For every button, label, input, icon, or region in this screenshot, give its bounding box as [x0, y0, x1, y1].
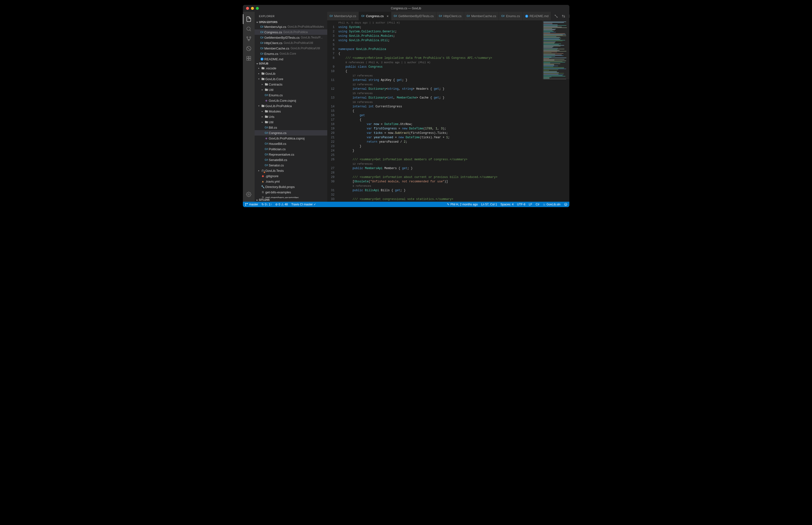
code-line[interactable]: 13 internal Dictionary<int, MemberCache>…	[327, 95, 569, 100]
activity-debug[interactable]	[243, 44, 255, 54]
tree-item[interactable]: C#SenateBill.cs	[255, 157, 327, 163]
tree-item[interactable]: ▸.vscode	[255, 65, 327, 71]
gitlens-header[interactable]: ▸ GITLENS	[255, 198, 327, 202]
code-line[interactable]: 33 /// <summary>Get congressional vote s…	[327, 197, 569, 201]
code-line[interactable]: 27 public MembersApi Members { get; }	[327, 166, 569, 170]
status-cursor-position[interactable]: Ln 57, Col 1	[481, 203, 497, 206]
open-editor-item[interactable]: C#Congress.csGovLib.ProPublica	[255, 29, 327, 35]
tree-item[interactable]: C#Representative.cs	[255, 152, 327, 157]
code-line[interactable]: 3 references	[327, 184, 569, 188]
status-blame[interactable]: ✎ Phil H, 2 months ago	[447, 203, 478, 206]
editor-tab[interactable]: C#Congress.cs×	[359, 12, 391, 20]
tree-item[interactable]: ▾GovLib.ProPublica	[255, 103, 327, 108]
activity-search[interactable]	[243, 24, 255, 34]
editor-tab[interactable]: C#Enums.cs	[499, 12, 523, 20]
code-line[interactable]: 15 references	[327, 91, 569, 95]
code-line[interactable]: 5	[327, 43, 569, 47]
tree-item[interactable]: C#Congress.cs	[255, 130, 327, 136]
open-editor-item[interactable]: C#HttpClient.csGovLib.ProPublica/Util	[255, 40, 327, 46]
code-line[interactable]: 12 references	[327, 82, 569, 87]
tree-item[interactable]: ▲.travis.yml	[255, 179, 327, 184]
open-editors-header[interactable]: ▾ OPEN EDITORS	[255, 20, 327, 24]
tree-item[interactable]: ◈GovLib.ProPublica.csproj	[255, 136, 327, 141]
tree-item[interactable]: 🔧Directory.Build.props	[255, 184, 327, 190]
code-line[interactable]: 17 references	[327, 74, 569, 78]
code-line[interactable]: 17 {	[327, 118, 569, 122]
open-editor-item[interactable]: C#Enums.csGovLib.Core	[255, 51, 327, 56]
open-editor-item[interactable]: C#GetMemberByIDTests.csGovLib.Tests/P...	[255, 35, 327, 40]
code-line[interactable]: 10 {	[327, 69, 569, 74]
code-line[interactable]: 7{	[327, 51, 569, 56]
open-editor-item[interactable]: C#MemberCache.csGovLib.ProPublica/Util	[255, 46, 327, 51]
tree-item[interactable]: ▾GovLib.Core	[255, 76, 327, 81]
code-line[interactable]: 19 var firstCongress = new DateTime(1789…	[327, 126, 569, 131]
code-line[interactable]: 8 references | Phil H, 2 months ago | 1 …	[327, 60, 569, 65]
activity-settings[interactable]	[243, 190, 255, 199]
tree-item[interactable]: C#Bill.cs	[255, 125, 327, 130]
tree-item[interactable]: ▸Util	[255, 119, 327, 125]
tree-item[interactable]: ▸GovLib	[255, 71, 327, 76]
editor-content[interactable]: 1using System;2using System.Collections.…	[327, 25, 569, 202]
code-line[interactable]: 8 /// <summary>Retrieve legislative data…	[327, 56, 569, 60]
status-language[interactable]: C#	[536, 203, 539, 206]
tree-item[interactable]: ▸🗀GovLib.Tests	[255, 168, 327, 173]
tree-item[interactable]: C#Enums.cs	[255, 92, 327, 98]
code-line[interactable]: 26 /// <summary>Get information about me…	[327, 158, 569, 162]
status-travis[interactable]: Travis CI master ✓	[291, 203, 316, 206]
split-editor-icon[interactable]	[569, 14, 569, 18]
status-eol[interactable]: LF	[529, 203, 532, 206]
status-encoding[interactable]: UTF-8	[517, 203, 525, 206]
code-line[interactable]: 12 references	[327, 162, 569, 166]
open-editor-item[interactable]: C#MembersApi.csGovLib.ProPublica/Modules	[255, 24, 327, 29]
diff-icon[interactable]	[562, 14, 565, 18]
code-line[interactable]: 4using GovLib.ProPublica.Util;	[327, 38, 569, 43]
tree-item[interactable]: ▸Modules	[255, 108, 327, 114]
status-feedback[interactable]	[564, 203, 567, 206]
code-line[interactable]: 19 references	[327, 100, 569, 104]
editor-tab[interactable]: iREADME.md	[523, 12, 551, 20]
code-line[interactable]: 1using System;	[327, 25, 569, 29]
code-line[interactable]: 32	[327, 193, 569, 197]
code-line[interactable]: 14 internal int CurrentCongress	[327, 104, 569, 109]
status-sync[interactable]: ↻ 0↓ 1↑	[261, 203, 272, 206]
code-line[interactable]: 30 [Obsolete("Unfished module, not recom…	[327, 179, 569, 184]
tree-item[interactable]: ▸Urls	[255, 114, 327, 119]
code-line[interactable]: 6namespace GovLib.ProPublica	[327, 47, 569, 51]
status-problems[interactable]: ⊘ 0 ⚠ 48	[275, 203, 288, 206]
tree-item[interactable]: C#Senator.cs	[255, 163, 327, 168]
status-solution[interactable]: ♨ GovLib.sln	[543, 203, 561, 206]
close-tab-icon[interactable]: ×	[387, 14, 389, 18]
code-line[interactable]: 31 public BillsApi Bills { get; }	[327, 188, 569, 193]
code-line[interactable]: 28	[327, 170, 569, 175]
activity-explorer[interactable]	[243, 14, 255, 24]
project-header[interactable]: ▾ GOVLIB	[255, 62, 327, 65]
code-line[interactable]: 18 var now = DateTime.UtcNow;	[327, 122, 569, 126]
status-indentation[interactable]: Spaces: 4	[501, 203, 513, 206]
tree-item[interactable]: 🗎get-bills-examples	[255, 190, 327, 195]
minimize-window-button[interactable]	[251, 7, 254, 10]
editor-tab[interactable]: C#MemberCache.cs	[464, 12, 499, 20]
maximize-window-button[interactable]	[256, 7, 259, 10]
editor-tab[interactable]: C#GetMemberByIDTests.cs	[391, 12, 436, 20]
code-line[interactable]: 15 {	[327, 109, 569, 113]
code-line[interactable]: 3using GovLib.ProPublica.Modules;	[327, 34, 569, 38]
code-line[interactable]: 2using System.Collections.Generic;	[327, 29, 569, 34]
tree-item[interactable]: ▸Util	[255, 87, 327, 92]
code-line[interactable]: 20 var ticks = now.Subtract(firstCongres…	[327, 131, 569, 135]
tree-item[interactable]: ◆.gitignore	[255, 173, 327, 179]
close-window-button[interactable]	[246, 7, 249, 10]
tree-item[interactable]: C#HouseBill.cs	[255, 141, 327, 146]
code-line[interactable]: 21 var yearsPassed = new DateTime(ticks)…	[327, 135, 569, 140]
tree-item[interactable]: 🗎get-members-examples	[255, 195, 327, 198]
activity-source-control[interactable]	[243, 34, 255, 44]
code-line[interactable]: 24 }	[327, 149, 569, 153]
code-line[interactable]: 9 public class Congress	[327, 65, 569, 69]
code-line[interactable]: 34 [Obsolete("Unfished module, not recom…	[327, 201, 569, 202]
editor-tab[interactable]: C#MembersApi.cs	[327, 12, 359, 20]
tree-item[interactable]: ▸Contracts	[255, 81, 327, 87]
code-line[interactable]: 11 internal string ApiKey { get; }	[327, 78, 569, 82]
tree-item[interactable]: C#Politician.cs	[255, 146, 327, 152]
tree-item[interactable]: ◈GovLib.Core.csproj	[255, 98, 327, 103]
code-line[interactable]: 23 }	[327, 144, 569, 149]
code-line[interactable]: 16 get	[327, 113, 569, 118]
